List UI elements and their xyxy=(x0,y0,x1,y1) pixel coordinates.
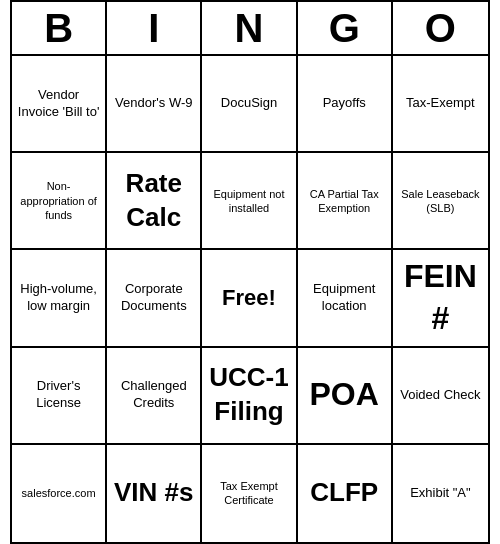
bingo-cell-0: Vendor Invoice 'Bill to' xyxy=(12,56,107,153)
bingo-cell-1: Vendor's W-9 xyxy=(107,56,202,153)
bingo-cell-14: FEIN # xyxy=(393,250,488,347)
bingo-cell-16: Challenged Credits xyxy=(107,348,202,445)
bingo-cell-7: Equipment not installed xyxy=(202,153,297,250)
bingo-cell-11: Corporate Documents xyxy=(107,250,202,347)
header-letter-o: O xyxy=(393,2,488,54)
bingo-cell-15: Driver's License xyxy=(12,348,107,445)
bingo-cell-9: Sale Leaseback (SLB) xyxy=(393,153,488,250)
bingo-cell-6: Rate Calc xyxy=(107,153,202,250)
bingo-cell-10: High-volume, low margin xyxy=(12,250,107,347)
bingo-cell-24: Exhibit "A" xyxy=(393,445,488,542)
bingo-cell-8: CA Partial Tax Exemption xyxy=(298,153,393,250)
bingo-cell-19: Voided Check xyxy=(393,348,488,445)
bingo-card: BINGO Vendor Invoice 'Bill to'Vendor's W… xyxy=(10,0,490,544)
bingo-cell-3: Payoffs xyxy=(298,56,393,153)
bingo-cell-23: CLFP xyxy=(298,445,393,542)
bingo-grid: Vendor Invoice 'Bill to'Vendor's W-9Docu… xyxy=(12,56,488,542)
bingo-cell-13: Equipment location xyxy=(298,250,393,347)
header-letter-i: I xyxy=(107,2,202,54)
bingo-cell-12: Free! xyxy=(202,250,297,347)
bingo-cell-2: DocuSign xyxy=(202,56,297,153)
bingo-cell-18: POA xyxy=(298,348,393,445)
header-letter-b: B xyxy=(12,2,107,54)
bingo-header: BINGO xyxy=(12,2,488,56)
header-letter-n: N xyxy=(202,2,297,54)
bingo-cell-5: Non-appropriation of funds xyxy=(12,153,107,250)
bingo-cell-20: salesforce.com xyxy=(12,445,107,542)
bingo-cell-22: Tax Exempt Certificate xyxy=(202,445,297,542)
bingo-cell-21: VIN #s xyxy=(107,445,202,542)
header-letter-g: G xyxy=(298,2,393,54)
bingo-cell-17: UCC-1 Filing xyxy=(202,348,297,445)
bingo-cell-4: Tax-Exempt xyxy=(393,56,488,153)
